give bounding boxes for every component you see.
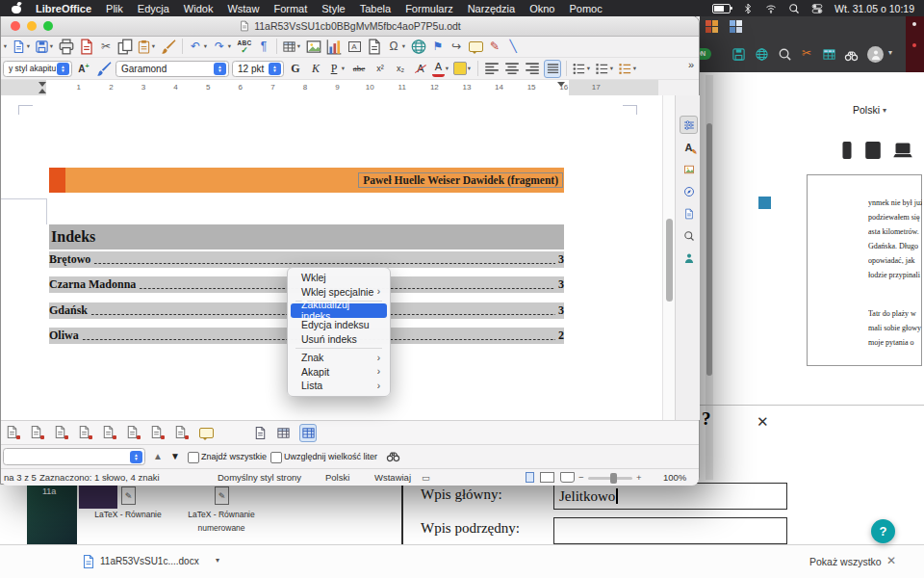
menubar-app-name[interactable]: LibreOffice [36,3,91,14]
menu-pomoc[interactable]: Pomoc [569,3,602,14]
book-extension-icon[interactable] [822,47,836,62]
template-card-equation[interactable]: LaTeX - Równanie [84,510,172,519]
paragraph-style-combo[interactable]: y styl akapitu ▴▾ [3,61,72,77]
show-all-downloads-button[interactable]: Pokaż wszystko [809,556,882,567]
single-page-view-button[interactable] [526,472,534,483]
find-next-button[interactable]: ▼ [170,448,180,465]
document-thumbnail[interactable]: 11a [27,485,77,544]
multi-page-view-button[interactable] [540,472,554,483]
selection-mode-icon[interactable]: ▭ [422,469,430,486]
table-nav-icon[interactable] [276,426,291,440]
menu-narzedzia[interactable]: Narzędzia [468,3,516,14]
selection-status[interactable]: Zaznaczono: 1 słowo, 4 znaki [39,469,160,486]
downloads-close-icon[interactable]: ✕ [886,554,896,567]
menu-plik[interactable]: Plik [106,3,123,14]
find-previous-button[interactable]: ▲ [153,448,163,465]
match-case-checkbox[interactable] [270,452,282,463]
font-color-button[interactable]: A▾ [432,60,450,78]
main-entry-input[interactable]: Jelitkowo [553,483,787,510]
font-size-combo[interactable]: 12 pkt ▴▾ [232,61,284,77]
nav-record-icon[interactable] [53,425,68,440]
page-header-banner[interactable]: Paweł Huelle Weiser Dawidek (fragment) [49,168,564,193]
align-center-icon[interactable] [503,60,521,78]
insert-comment-button[interactable] [467,38,484,56]
hyperlink-icon[interactable] [410,38,427,56]
special-character-button[interactable]: Ω▾ [386,38,407,56]
battery-icon[interactable] [712,4,731,13]
nav-record-icon[interactable] [29,425,44,440]
selected-nav-button[interactable] [299,424,317,442]
wifi-icon[interactable] [765,3,777,14]
italic-button[interactable]: K [307,60,324,78]
menu-item-update-index[interactable]: Zaktualizuj indeks [291,303,387,318]
print-icon[interactable] [58,38,75,56]
menu-wstaw[interactable]: Wstaw [227,3,259,14]
formatting-marks-icon[interactable]: ¶ [256,38,271,56]
book-view-button[interactable] [560,472,575,483]
menu-formularz[interactable]: Formularz [405,3,453,14]
copy-icon[interactable] [116,38,134,56]
subscript-button[interactable]: x₂ [392,60,409,78]
sidebar-page-button[interactable] [680,204,698,223]
menu-item-paste-special[interactable]: Wklej specjalnie › [291,285,387,300]
bold-button[interactable]: G [287,60,304,78]
page-nav-icon[interactable] [253,426,268,440]
paste-button[interactable]: ▾ [137,38,157,56]
nav-record-icon[interactable] [149,425,165,440]
highlight-color-button[interactable]: ▾ [453,60,473,78]
sidebar-style-inspector-button[interactable] [680,226,698,245]
laptop-preview-button[interactable] [888,139,917,162]
track-changes-icon[interactable]: ✎ [487,38,502,56]
bluetooth-icon[interactable] [742,3,754,14]
menu-style[interactable]: Style [321,3,345,14]
horizontal-ruler[interactable]: 1234567891011121314151617 [1,80,658,96]
globe-extension-icon[interactable] [755,47,769,62]
menu-format[interactable]: Format [273,3,307,14]
nav-record-icon[interactable] [101,425,116,440]
zoom-window-button[interactable] [43,21,53,31]
zoom-out-button[interactable]: − [578,469,584,486]
caret-down-icon[interactable]: ▾ [2,42,9,50]
export-pdf-icon[interactable] [78,38,95,56]
bullet-list-button[interactable]: ▾ [572,60,592,78]
chevron-down-icon[interactable]: ▾ [888,48,892,57]
bookmark-icon[interactable]: ⚑ [430,38,446,56]
nav-record-icon[interactable] [77,425,92,440]
search-input[interactable]: ▴▾ [3,448,145,465]
menu-item-list[interactable]: Lista › [291,379,387,393]
page-style-status[interactable]: Domyślny styl strony [218,469,301,486]
right-indent-marker-icon[interactable] [557,82,565,87]
find-all-checkbox[interactable] [188,452,199,463]
insert-mode-status[interactable]: Wstawiaj [374,469,411,486]
redo-button[interactable]: ↷▾ [212,38,233,56]
sub-entry-input[interactable] [553,517,787,544]
zoom-level[interactable]: 100% [663,469,686,486]
sidebar-accessibility-button[interactable] [680,249,698,267]
new-style-button[interactable]: A+ [75,60,92,78]
sidebar-styles-button[interactable]: A [680,138,698,156]
window-titlebar[interactable]: 11aR53VsSU1cb0BBgMvM5fbc4aoP7P5u.odt [1,16,699,37]
spotlight-search-icon[interactable] [788,3,800,14]
control-center-icon[interactable] [811,3,823,14]
clone-formatting-icon[interactable] [160,38,177,56]
align-left-icon[interactable] [483,60,500,78]
insert-line-icon[interactable]: ╲ [505,38,521,56]
superscript-button[interactable]: x² [372,60,389,78]
menu-edycja[interactable]: Edycja [138,3,169,14]
menu-item-character[interactable]: Znak › [291,351,387,365]
page-break-icon[interactable] [366,38,383,56]
cross-reference-icon[interactable]: ↪ [449,38,464,56]
nav-record-icon[interactable] [5,425,20,440]
menubar-clock[interactable]: Wt. 31.05 o 10:19 [834,3,914,14]
clear-formatting-button[interactable]: A [412,60,429,78]
sidebar-gallery-button[interactable] [680,160,698,178]
apple-menu-icon[interactable] [12,3,21,13]
template-card-numbered-line1[interactable]: LaTeX - Równanie [177,510,266,519]
sidebar-properties-button[interactable] [680,116,698,134]
template-card-numbered-line2[interactable]: numerowane [177,523,266,533]
update-style-icon[interactable] [95,60,113,78]
close-window-button[interactable] [11,21,20,31]
page-number-status[interactable]: na 3 z 5 [4,469,37,486]
insert-image-icon[interactable] [305,38,322,56]
scrollbar-thumb[interactable] [666,219,673,302]
